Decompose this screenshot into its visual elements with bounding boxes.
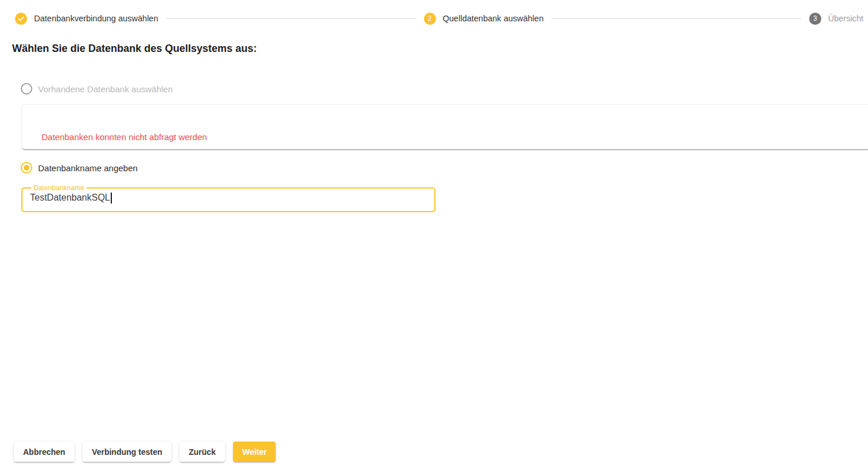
database-name-field[interactable]: Datenbankname TestDatenbankSQL	[21, 184, 435, 212]
step-3-circle: 3	[809, 13, 821, 25]
radio-enter-database-name[interactable]: Datenbankname angeben	[21, 162, 138, 174]
database-name-field-label: Datenbankname	[31, 184, 87, 192]
database-name-value: TestDatenbankSQL	[30, 193, 110, 203]
next-button[interactable]: Weiter	[233, 442, 276, 462]
check-icon	[17, 15, 25, 22]
radio-existing-database-label: Vorhandene Datenbank auswählen	[38, 84, 173, 94]
step-1-label: Datenbankverbindung auswählen	[34, 14, 158, 23]
radio-checked-icon	[21, 162, 32, 174]
wizard-page: Datenbankverbindung auswählen 2 Quelldat…	[0, 0, 868, 471]
text-cursor	[111, 193, 112, 204]
stepper-connector	[551, 18, 801, 19]
cancel-button[interactable]: Abbrechen	[14, 442, 74, 462]
step-1-circle	[15, 13, 27, 25]
stepper-step-source-database[interactable]: 2 Quelldatenbank auswählen	[424, 13, 544, 25]
database-list-panel: Datenbanken konnten nicht abfragt werden	[21, 104, 868, 149]
radio-unchecked-icon	[21, 83, 32, 95]
error-message: Datenbanken konnten nicht abfragt werden	[42, 132, 207, 142]
back-button[interactable]: Zurück	[179, 442, 225, 462]
stepper-step-overview[interactable]: 3 Übersicht	[809, 13, 863, 25]
stepper-connector	[166, 18, 415, 19]
step-2-circle: 2	[424, 13, 436, 25]
radio-enter-database-name-label: Datenbankname angeben	[38, 163, 138, 173]
stepper: Datenbankverbindung auswählen 2 Quelldat…	[0, 0, 868, 37]
step-2-label: Quelldatenbank auswählen	[443, 14, 544, 23]
page-title: Wählen Sie die Datenbank des Quellsystem…	[12, 43, 257, 55]
step-3-label: Übersicht	[828, 14, 863, 23]
database-name-input[interactable]: TestDatenbankSQL	[28, 190, 429, 205]
test-connection-button[interactable]: Verbindung testen	[82, 442, 171, 462]
action-bar: Abbrechen Verbindung testen Zurück Weite…	[14, 442, 276, 462]
stepper-step-database-connection[interactable]: Datenbankverbindung auswählen	[15, 13, 158, 25]
radio-existing-database[interactable]: Vorhandene Datenbank auswählen	[21, 83, 173, 95]
